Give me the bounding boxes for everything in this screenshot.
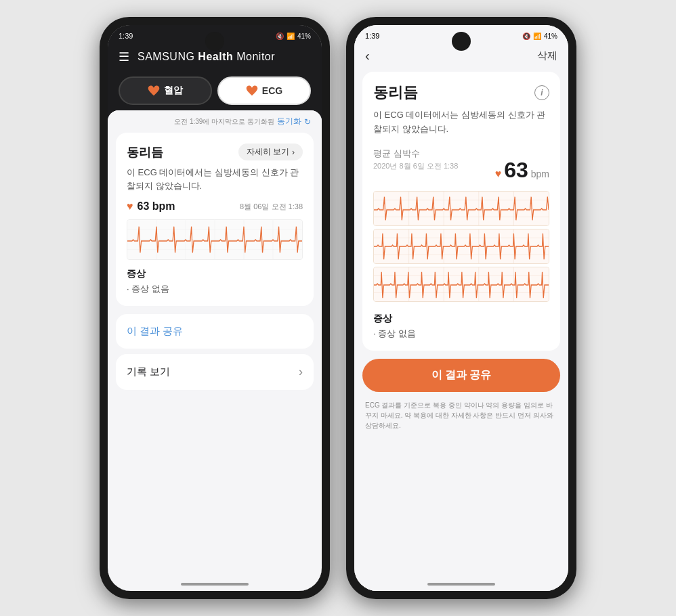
mute-icon: 🔇 bbox=[276, 32, 284, 40]
share-section: 이 결과 공유 ECG 결과를 기준으로 복용 중인 약이나 약의 용량을 임의… bbox=[354, 359, 568, 439]
phone-1: 1:39 🔇 📶 41% ☰ SAMSUNG Health Monitor bbox=[100, 17, 330, 599]
share-link[interactable]: 이 결과 공유 bbox=[116, 314, 314, 349]
bpm-row: ♥ 63 bpm 8월 06일 오전 1:38 bbox=[127, 200, 303, 213]
status-icons-2: 🔇 📶 41% bbox=[522, 32, 557, 40]
detail-title-row: 동리듬 i bbox=[373, 83, 549, 103]
avg-hr-num: 63 bbox=[504, 158, 528, 183]
ecg-chart-row-1 bbox=[373, 191, 549, 226]
sync-btn[interactable]: 동기화 bbox=[277, 116, 301, 127]
back-button[interactable]: ‹ bbox=[365, 48, 370, 64]
records-text: 기록 보기 bbox=[127, 366, 170, 378]
card-title: 동리듬 bbox=[127, 144, 163, 160]
sync-bar: 오전 1:39에 마지막으로 동기화됨 동기화 ↻ bbox=[108, 110, 322, 130]
records-link[interactable]: 기록 보기 › bbox=[116, 354, 314, 390]
detail-scroll[interactable]: 동리듬 i 이 ECG 데이터에서는 심방세동의 신호가 관찰되지 않았습니다.… bbox=[354, 72, 568, 577]
symptoms-title-2: 증상 bbox=[373, 313, 549, 325]
content-scroll-1[interactable]: 오전 1:39에 마지막으로 동기화됨 동기화 ↻ 동리듬 자세히 보기 › 이… bbox=[108, 110, 322, 577]
tab-bar: 혈압 ECG bbox=[108, 71, 322, 110]
home-indicator-1 bbox=[181, 583, 249, 586]
status-time-2: 1:39 bbox=[365, 32, 379, 40]
symptom-item-2: · 증상 없음 bbox=[373, 328, 549, 340]
share-link-text: 이 결과 공유 bbox=[127, 325, 183, 336]
ecg-svg-detail-3 bbox=[374, 267, 549, 301]
ecg-charts-stack bbox=[373, 191, 549, 302]
hamburger-icon[interactable]: ☰ bbox=[119, 49, 129, 64]
detail-card: 동리듬 i 이 ECG 데이터에서는 심방세동의 신호가 관찰되지 않았습니다.… bbox=[362, 72, 560, 351]
bp-icon bbox=[148, 85, 160, 97]
tab-bpressure-label: 혈압 bbox=[164, 85, 183, 97]
delete-button[interactable]: 삭제 bbox=[537, 49, 557, 62]
card-header: 동리듬 자세히 보기 › bbox=[127, 144, 303, 160]
ecg-svg-detail-1 bbox=[374, 192, 549, 225]
detail-button[interactable]: 자세히 보기 › bbox=[238, 144, 303, 160]
screen-light: 1:39 🔇 📶 41% ‹ 삭제 동리듬 i bbox=[354, 25, 568, 591]
phone-notch-2 bbox=[452, 32, 471, 51]
home-indicator-2 bbox=[427, 583, 495, 586]
avg-heart-icon: ♥ bbox=[495, 168, 502, 180]
sync-text: 오전 1:39에 마지막으로 동기화됨 bbox=[174, 117, 274, 127]
share-button[interactable]: 이 결과 공유 bbox=[362, 359, 560, 392]
disclaimer-text: ECG 결과를 기준으로 복용 중인 약이나 약의 용량을 임의로 바꾸지 마세… bbox=[362, 400, 560, 431]
tab-bpressure[interactable]: 혈압 bbox=[119, 76, 212, 105]
symptoms-section-1: 증상 · 증상 없음 bbox=[127, 268, 303, 295]
detail-chevron-icon: › bbox=[292, 148, 295, 157]
ecg-chart-1 bbox=[127, 219, 303, 260]
detail-title: 동리듬 bbox=[373, 83, 418, 103]
app-title: SAMSUNG Health Monitor bbox=[138, 51, 275, 63]
screen-dark: 1:39 🔇 📶 41% ☰ SAMSUNG Health Monitor bbox=[108, 25, 322, 591]
tab-ecg[interactable]: ECG bbox=[217, 76, 311, 105]
phone-screen-2: 1:39 🔇 📶 41% ‹ 삭제 동리듬 i bbox=[354, 25, 568, 591]
sync-icon: ↻ bbox=[304, 117, 311, 127]
battery-2: 41% bbox=[544, 32, 557, 40]
records-chevron-icon: › bbox=[299, 365, 303, 379]
ecg-chart-row-2 bbox=[373, 229, 549, 264]
ecg-icon bbox=[246, 85, 258, 97]
signal-icon-2: 📶 bbox=[533, 32, 541, 40]
signal-icon: 📶 bbox=[287, 32, 295, 40]
heart-icon: ♥ bbox=[127, 200, 133, 213]
status-time-1: 1:39 bbox=[119, 32, 133, 40]
symptoms-title-1: 증상 bbox=[127, 268, 303, 280]
ecg-card: 동리듬 자세히 보기 › 이 ECG 데이터에서는 심방세동의 신호가 관찰되지… bbox=[116, 133, 314, 306]
battery-1: 41% bbox=[297, 32, 311, 40]
symptom-item-1: · 증상 없음 bbox=[127, 283, 303, 295]
ecg-svg-detail-2 bbox=[374, 229, 549, 263]
phone-notch-1 bbox=[205, 32, 224, 51]
card-description: 이 ECG 데이터에서는 심방세동의 신호가 관찰되지 않았습니다. bbox=[127, 166, 303, 192]
bottom-bar-2 bbox=[354, 577, 568, 591]
phone-2: 1:39 🔇 📶 41% ‹ 삭제 동리듬 i bbox=[346, 17, 576, 599]
ecg-svg-1 bbox=[127, 220, 302, 259]
detail-description: 이 ECG 데이터에서는 심방세동의 신호가 관찰되지 않았습니다. bbox=[373, 108, 549, 137]
avg-hr-unit: bpm bbox=[531, 169, 549, 179]
tab-ecg-label: ECG bbox=[262, 85, 282, 96]
status-icons-1: 🔇 📶 41% bbox=[276, 32, 311, 40]
bpm-value: ♥ 63 bpm bbox=[127, 200, 175, 213]
phone-screen-1: 1:39 🔇 📶 41% ☰ SAMSUNG Health Monitor bbox=[108, 25, 322, 591]
info-icon[interactable]: i bbox=[534, 85, 549, 100]
bpm-number: 63 bpm bbox=[138, 200, 175, 213]
timestamp: 8월 06일 오전 1:38 bbox=[240, 202, 303, 212]
avg-hr-section: 평균 심박수 2020년 8월 6일 오전 1:38 ♥ 63 bpm bbox=[373, 148, 549, 183]
symptoms-section-2: 증상 · 증상 없음 bbox=[373, 313, 549, 340]
mute-icon-2: 🔇 bbox=[522, 32, 530, 40]
ecg-chart-row-3 bbox=[373, 267, 549, 302]
bottom-bar-1 bbox=[108, 577, 322, 591]
